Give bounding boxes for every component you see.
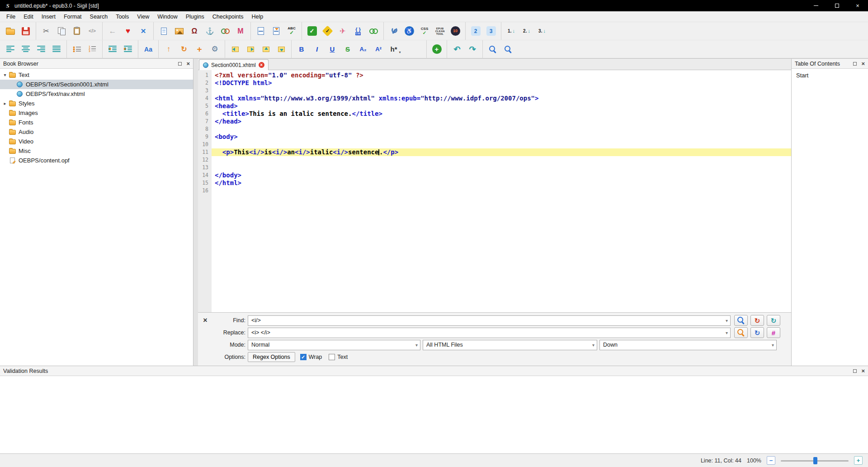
- code-line-16[interactable]: 16: [198, 187, 791, 195]
- tree-item-fonts[interactable]: Fonts: [0, 118, 193, 127]
- menu-insert[interactable]: Insert: [38, 12, 60, 21]
- epub2-tool-button[interactable]: 2: [468, 24, 483, 38]
- regex-options-button[interactable]: Regex Options: [248, 352, 295, 362]
- minimize-button[interactable]: [806, 0, 826, 11]
- split-at-cursor-button[interactable]: [253, 24, 269, 38]
- tree-item-images[interactable]: Images: [0, 108, 193, 118]
- expand-arrow-icon[interactable]: ▸: [2, 101, 8, 106]
- code-line-7[interactable]: 7</head>: [198, 118, 791, 125]
- css-clean-button[interactable]: CSS✓: [417, 24, 432, 38]
- toc-level-2-button[interactable]: 2.↓: [519, 24, 534, 38]
- insert-link-button[interactable]: [217, 24, 233, 38]
- replace-input[interactable]: <i> </i> ▾: [248, 328, 731, 338]
- splitter-handle[interactable]: [193, 58, 198, 366]
- dropdown-icon[interactable]: ▾: [772, 343, 774, 348]
- menu-tools[interactable]: Tools: [112, 12, 133, 21]
- undock-icon[interactable]: [178, 62, 182, 66]
- zoom-slider-handle[interactable]: [813, 457, 817, 464]
- collapse-arrow-icon[interactable]: ▾: [2, 72, 8, 77]
- tree-item-misc[interactable]: Misc: [0, 146, 193, 156]
- align-right-button[interactable]: [33, 42, 49, 57]
- tab-section0001[interactable]: Section0001.xhtml ×: [199, 59, 269, 70]
- tree-item-text[interactable]: ▾Text: [0, 70, 193, 80]
- flightcrew-validate-button[interactable]: ✈: [335, 24, 350, 38]
- find-button[interactable]: [485, 42, 500, 57]
- insert-closing-tag-button[interactable]: </>: [85, 24, 100, 38]
- insert-image-button[interactable]: [171, 24, 187, 38]
- checkpoint-add-button[interactable]: +: [192, 42, 207, 57]
- restart-find-button[interactable]: ↻: [750, 315, 764, 326]
- toc-entry-start[interactable]: Start: [796, 71, 863, 79]
- manage-plugins-button[interactable]: [386, 24, 401, 38]
- tree-item-audio[interactable]: Audio: [0, 127, 193, 137]
- code-line-3[interactable]: 3: [198, 87, 791, 95]
- code-line-4[interactable]: 4<html xmlns="http://www.w3.org/1999/xht…: [198, 95, 791, 102]
- code-line-5[interactable]: 5<head>: [198, 102, 791, 110]
- accessibility-check-button[interactable]: ♿: [401, 24, 417, 38]
- menu-search[interactable]: Search: [86, 12, 112, 21]
- dropdown-icon[interactable]: ▾: [592, 343, 594, 348]
- menu-format[interactable]: Format: [60, 12, 86, 21]
- bullet-list-button[interactable]: [69, 42, 85, 57]
- code-line-6[interactable]: 6 <title>This is an italic sentence.</ti…: [198, 110, 791, 118]
- replace-all-button[interactable]: ↻: [750, 327, 764, 338]
- indent-button[interactable]: [120, 42, 136, 57]
- split-view-right-button[interactable]: [243, 42, 258, 57]
- insert-file-button[interactable]: [156, 24, 171, 38]
- zoom-slider[interactable]: [781, 457, 849, 465]
- subscript-button[interactable]: A₂: [355, 42, 371, 57]
- menu-checkpoints[interactable]: Checkpoints: [208, 12, 248, 21]
- strikethrough-button[interactable]: S: [340, 42, 355, 57]
- code-editor[interactable]: 1<?xml version="1.0" encoding="utf-8" ?>…: [198, 70, 791, 312]
- menu-help[interactable]: Help: [248, 12, 268, 21]
- find-next-button[interactable]: [734, 315, 748, 326]
- close-window-button[interactable]: ×: [847, 0, 868, 11]
- text-checkbox[interactable]: [329, 354, 335, 360]
- checkpoint-refresh-button[interactable]: ↻: [176, 42, 192, 57]
- check-links-button[interactable]: [366, 24, 381, 38]
- tree-item-video[interactable]: Video: [0, 137, 193, 146]
- donate-button[interactable]: ♥: [120, 24, 136, 38]
- tree-item-oebps-text-nav-xhtml[interactable]: OEBPS/Text/nav.xhtml: [0, 89, 193, 99]
- settings-gear-button[interactable]: ⚙: [207, 42, 222, 57]
- close-panel-icon[interactable]: ×: [861, 368, 865, 374]
- code-line-9[interactable]: 9<body>: [198, 133, 791, 141]
- plugin-10-button[interactable]: 10: [448, 24, 463, 38]
- exit-button[interactable]: ✕: [136, 24, 151, 38]
- menu-edit[interactable]: Edit: [19, 12, 38, 21]
- save-epub-button[interactable]: [18, 24, 33, 38]
- cut-button[interactable]: ✂: [38, 24, 54, 38]
- align-center-button[interactable]: [18, 42, 33, 57]
- menu-file[interactable]: File: [2, 12, 19, 21]
- menu-window[interactable]: Window: [153, 12, 181, 21]
- validate-css-button[interactable]: { }CSS: [350, 24, 366, 38]
- maximize-button[interactable]: [826, 0, 847, 11]
- search-target-select[interactable]: All HTML Files ▾: [423, 340, 597, 350]
- tree-item-oebps-text-section0001-xhtml[interactable]: OEBPS/Text/Section0001.xhtml: [0, 80, 193, 89]
- heading-menu-button[interactable]: h*▾: [386, 42, 401, 57]
- code-line-15[interactable]: 15</html>: [198, 179, 791, 187]
- zoom-out-button[interactable]: −: [767, 456, 775, 465]
- code-line-10[interactable]: 10: [198, 141, 791, 148]
- align-justify-button[interactable]: [49, 42, 64, 57]
- search-mode-select[interactable]: Normal ▾: [248, 340, 420, 350]
- copy-button[interactable]: [54, 24, 69, 38]
- italic-button[interactable]: I: [309, 42, 325, 57]
- find-input[interactable]: <i/> ▾: [248, 315, 731, 326]
- dropdown-icon[interactable]: ▾: [726, 318, 728, 323]
- dropdown-icon[interactable]: ▾: [415, 343, 418, 348]
- code-line-1[interactable]: 1<?xml version="1.0" encoding="utf-8" ?>: [198, 71, 791, 79]
- insert-id-button[interactable]: ⚓: [202, 24, 217, 38]
- mark-selected-text-button[interactable]: M: [233, 24, 248, 38]
- add-resource-button[interactable]: +: [429, 42, 444, 57]
- close-panel-icon[interactable]: ×: [861, 61, 865, 67]
- code-line-8[interactable]: 8: [198, 125, 791, 133]
- close-find-replace-button[interactable]: ×: [200, 315, 211, 326]
- spellcheck-button[interactable]: ABC✓: [284, 24, 299, 38]
- numbered-list-button[interactable]: 1 2 3: [85, 42, 100, 57]
- tree-item-styles[interactable]: ▸Styles: [0, 99, 193, 108]
- well-formed-check-button[interactable]: ✓: [304, 24, 320, 38]
- bold-button[interactable]: B: [294, 42, 309, 57]
- zoom-in-button[interactable]: +: [854, 456, 863, 465]
- dropdown-icon[interactable]: ▾: [726, 330, 728, 335]
